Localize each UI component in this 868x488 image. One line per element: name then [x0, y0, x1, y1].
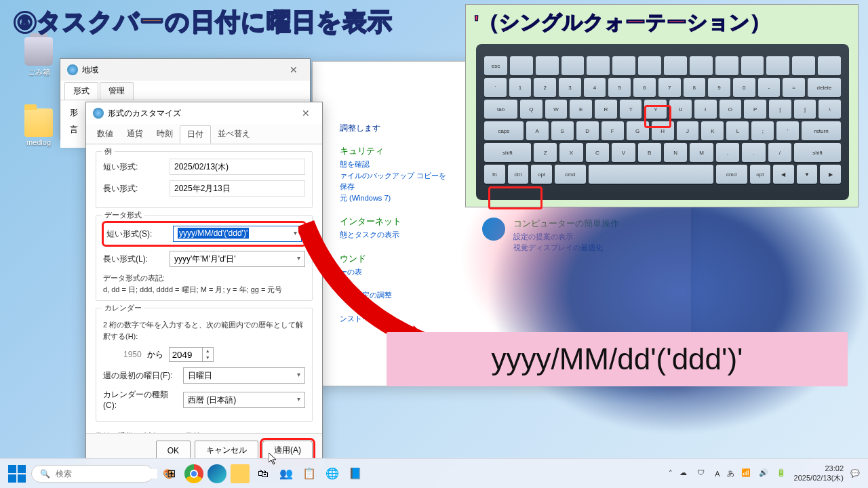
tab-format[interactable]: 形式: [64, 82, 98, 100]
volume-icon[interactable]: 🔊: [759, 468, 770, 479]
format-notation: データ形式の表記: d, dd = 日; ddd, dddd = 曜日; M =…: [103, 272, 305, 295]
key-highlight-7: [644, 105, 671, 128]
onedrive-icon[interactable]: ☁: [679, 468, 690, 479]
keyboard-graphic: esc `1234567890-=delete tabQWERTYUIOP[]\…: [476, 44, 849, 200]
app-icon-1[interactable]: 📋: [300, 464, 319, 483]
tab-date[interactable]: 日付: [180, 125, 211, 144]
customize-title: 形式のカスタマイズ: [108, 108, 181, 119]
customize-titlebar[interactable]: 形式のカスタマイズ ✕: [86, 102, 322, 124]
close-icon[interactable]: ✕: [296, 106, 315, 120]
annotation-title: ⑤タスクバーの日付に曜日を表示: [14, 5, 393, 39]
trash-icon: [24, 37, 53, 66]
ok-button[interactable]: OK: [156, 441, 191, 460]
short-format-input[interactable]: yyyy/MM/dd'('ddd')': [173, 226, 302, 242]
folder-icon: [24, 108, 53, 137]
step-number: ⑤: [14, 11, 37, 34]
trash-label: ごみ箱: [15, 67, 62, 77]
start-button[interactable]: [8, 465, 26, 483]
tab-time[interactable]: 時刻: [150, 125, 180, 144]
region-title: 地域: [82, 64, 98, 76]
year-to-input[interactable]: [169, 347, 203, 362]
long-format-input[interactable]: yyyy'年'M'月'd'日': [170, 251, 305, 267]
apply-button[interactable]: 適用(A): [262, 441, 313, 460]
search-input[interactable]: [56, 469, 157, 479]
kana-indicator[interactable]: あ: [727, 468, 734, 479]
app-icon-3[interactable]: 📘: [346, 464, 365, 483]
notification-icon[interactable]: 💬: [850, 469, 860, 478]
taskbar-search[interactable]: 🔍 🎨: [31, 465, 153, 483]
taskbar: 🔍 🎨 ⊞ 🛍 👥 📋 🌐 📘 ˄ ☁ 🛡 A あ 📶 🔊 🔋 23:02 20…: [0, 458, 868, 488]
annotation-format-string: yyyy/MM/dd'('ddd')': [387, 332, 848, 386]
close-icon[interactable]: ✕: [284, 63, 303, 77]
store-icon[interactable]: 🛍: [254, 464, 273, 483]
customize-format-window: 形式のカスタマイズ ✕ 数値 通貨 時刻 日付 並べ替え 短い形式: 2025/…: [85, 102, 323, 468]
year-to-spinner[interactable]: ▲▼: [169, 347, 214, 362]
tab-currency[interactable]: 通貨: [120, 125, 150, 144]
explorer-icon[interactable]: [231, 464, 250, 483]
globe-icon: [67, 64, 78, 75]
search-icon: 🔍: [40, 469, 50, 479]
long-format-label: 長い形式(L):: [103, 253, 164, 265]
short-example-value: 2025/02/13(木): [170, 159, 305, 175]
clock-time: 23:02: [794, 464, 844, 473]
chrome-icon[interactable]: [184, 464, 203, 483]
long-example-value: 2025年2月13日: [170, 180, 305, 197]
globe-icon: [93, 108, 104, 119]
first-day-select[interactable]: 日曜日: [183, 367, 305, 384]
battery-icon[interactable]: 🔋: [776, 468, 787, 479]
tray-chevron-icon[interactable]: ˄: [669, 469, 673, 478]
group-calendar: 2 桁の数字で年を入力すると、次の範囲内での暦年として解釈する(H): 1950…: [96, 308, 313, 422]
tab-sort[interactable]: 並べ替え: [211, 125, 257, 144]
calendar-type-select[interactable]: 西暦 (日本語): [183, 392, 305, 408]
folder-label: medlog: [15, 138, 62, 146]
cancel-button[interactable]: キャンセル: [195, 441, 258, 460]
clock-date: 2025/02/13(木): [794, 474, 844, 483]
tab-number[interactable]: 数値: [90, 125, 120, 144]
annotation-quote-box: '（シングルクォーテーション） esc `1234567890-=delete …: [465, 4, 859, 207]
task-view-icon[interactable]: ⊞: [161, 464, 180, 483]
desktop-icon-folder[interactable]: medlog: [15, 108, 62, 146]
security-icon[interactable]: 🛡: [697, 468, 708, 479]
teams-icon[interactable]: 👥: [277, 464, 296, 483]
edge-icon[interactable]: [208, 464, 226, 483]
desktop-icon-trash[interactable]: ごみ箱: [15, 37, 62, 77]
annotation-quote-title: '（シングルクォーテーション）: [466, 5, 858, 41]
calendar-type-label: カレンダーの種類(C):: [103, 389, 178, 410]
short-example-label: 短い形式:: [103, 161, 164, 173]
calendar-desc: 2 桁の数字で年を入力すると、次の範囲内での暦年として解釈する(H):: [103, 319, 305, 342]
first-day-label: 週の最初の曜日(F):: [103, 370, 178, 382]
ime-indicator[interactable]: A: [715, 470, 719, 478]
year-from: 1950: [123, 350, 142, 359]
taskbar-clock[interactable]: 23:02 2025/02/13(木): [794, 464, 844, 482]
short-format-label: 短い形式(S):: [106, 228, 167, 240]
tab-admin[interactable]: 管理: [100, 82, 134, 100]
customize-tabs: 数値 通貨 時刻 日付 並べ替え: [86, 124, 322, 144]
group-data-format: 短い形式(S): yyyy/MM/dd'('ddd')' 長い形式(L): yy…: [96, 215, 313, 301]
key-highlight-shift: [488, 186, 542, 209]
app-icon-2[interactable]: 🌐: [323, 464, 342, 483]
region-titlebar[interactable]: 地域 ✕: [60, 59, 310, 81]
long-example-label: 長い形式:: [103, 183, 164, 195]
wifi-icon[interactable]: 📶: [741, 468, 752, 479]
group-example: 短い形式: 2025/02/13(木) 長い形式: 2025年2月13日: [96, 151, 313, 208]
